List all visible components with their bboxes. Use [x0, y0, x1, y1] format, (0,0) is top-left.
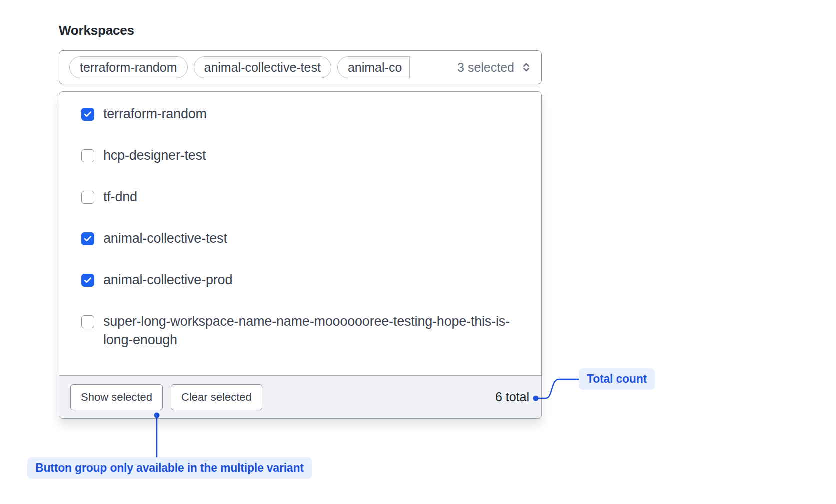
- option-label: tf-dnd: [104, 188, 138, 206]
- total-count-connector-line: [532, 372, 580, 404]
- button-group-connector-line: [152, 412, 162, 460]
- listbox-popover: terraform-random hcp-designer-test tf-dn…: [59, 92, 542, 419]
- checkbox[interactable]: [82, 191, 94, 204]
- selected-pill-clipped: animal-co: [338, 56, 410, 78]
- checkbox[interactable]: [82, 108, 94, 121]
- listbox-footer: Show selected Clear selected 6 total: [60, 376, 542, 418]
- listbox-option[interactable]: hcp-designer-test: [82, 146, 530, 165]
- workspaces-select-trigger[interactable]: terraform-random animal-collective-test …: [59, 50, 542, 84]
- clear-selected-button[interactable]: Clear selected: [171, 384, 262, 410]
- listbox-option[interactable]: super-long-workspace-name-name-moooooore…: [82, 312, 530, 350]
- listbox-option[interactable]: animal-collective-test: [82, 230, 530, 248]
- listbox: terraform-random hcp-designer-test tf-dn…: [60, 92, 542, 376]
- checkbox[interactable]: [82, 232, 94, 246]
- show-selected-button[interactable]: Show selected: [70, 384, 163, 410]
- checkbox[interactable]: [82, 150, 94, 162]
- option-label: terraform-random: [104, 105, 207, 124]
- selected-pill: terraform-random: [70, 56, 188, 78]
- field-label: Workspaces: [59, 23, 134, 38]
- option-label: animal-collective-test: [104, 230, 228, 248]
- option-label: animal-collective-prod: [104, 271, 232, 290]
- checkbox[interactable]: [82, 316, 94, 328]
- listbox-option[interactable]: animal-collective-prod: [82, 271, 530, 290]
- page: Workspaces terraform-random animal-colle…: [0, 0, 836, 504]
- check-icon: [84, 110, 92, 119]
- unfold-icon: [520, 60, 534, 74]
- listbox-option[interactable]: tf-dnd: [82, 188, 530, 206]
- option-label: hcp-designer-test: [104, 146, 206, 165]
- listbox-option[interactable]: terraform-random: [82, 105, 530, 124]
- button-group-annotation: Button group only available in the multi…: [28, 458, 312, 479]
- checkbox[interactable]: [82, 274, 94, 287]
- selected-pill: animal-collective-test: [194, 56, 332, 78]
- selected-count: 3 selected: [458, 60, 514, 75]
- option-label: super-long-workspace-name-name-moooooore…: [104, 312, 530, 350]
- check-icon: [84, 276, 92, 285]
- total-count-annotation: Total count: [579, 368, 655, 390]
- total-count-text: 6 total: [496, 390, 530, 404]
- check-icon: [84, 234, 92, 244]
- selected-count-group: 3 selected: [458, 60, 534, 75]
